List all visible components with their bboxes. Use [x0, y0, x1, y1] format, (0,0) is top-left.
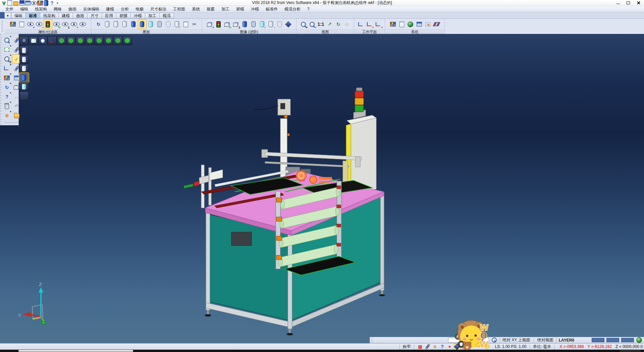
refresh-visibility-icon[interactable]: ↻ [53, 20, 61, 29]
tab[interactable]: 建模 [58, 13, 73, 18]
grid-settings-icon[interactable] [433, 20, 441, 29]
corner-cylinder-icon[interactable]: ▪ [267, 20, 275, 29]
open-recent-icon[interactable] [12, 111, 21, 120]
tab[interactable]: 编辑 [11, 13, 26, 18]
add-image-cube-icon[interactable]: + [206, 20, 214, 29]
zoom-window-view-icon[interactable]: ▪ [308, 20, 316, 29]
undo-icon[interactable]: ↶ [12, 102, 21, 110]
refresh-view-icon[interactable]: ↻ [334, 20, 342, 29]
solid-gem-icon[interactable] [284, 20, 292, 29]
shaded-mode-icon[interactable] [129, 20, 138, 29]
wireframe-mode-icon[interactable] [103, 20, 111, 29]
menu-item[interactable]: ? [304, 6, 313, 12]
workplane-xyz-icon[interactable] [357, 20, 365, 29]
calculator-icon[interactable] [398, 20, 406, 29]
translucent-mode-icon[interactable] [147, 20, 155, 29]
view-left-icon[interactable] [95, 36, 104, 45]
toolbar-drag-handle[interactable] [3, 121, 21, 124]
menu-item[interactable]: 分析 [117, 6, 132, 12]
shaded-edges-mode-icon[interactable] [138, 20, 146, 29]
menu-item[interactable]: 尺寸标注 [147, 6, 170, 12]
minimize-button[interactable] [613, 0, 623, 6]
hide-entities-icon[interactable]: − [35, 20, 43, 29]
view-menu-icon[interactable]: ≡ [19, 36, 29, 45]
new-document-icon[interactable] [7, 0, 13, 6]
workplane-view-icon[interactable]: ▪ [374, 20, 382, 29]
quickbar-more-icon[interactable]: ▾ [55, 1, 60, 5]
view-orient-face-icon[interactable]: ☺ [343, 20, 351, 29]
view-top-icon[interactable] [57, 36, 66, 45]
toolbar-grip[interactable] [555, 338, 557, 342]
tab[interactable]: 标准 [25, 13, 40, 18]
window-settings-icon[interactable] [415, 20, 423, 29]
hide-all-icon[interactable]: − [79, 20, 87, 29]
menu-item[interactable]: 模流分析 [281, 6, 304, 12]
menu-item[interactable]: 网格 [50, 6, 65, 12]
menu-item[interactable]: 电极 [132, 6, 147, 12]
tab[interactable]: 线架构 [40, 13, 59, 18]
save-icon[interactable] [19, 0, 25, 6]
close-button[interactable] [633, 0, 643, 6]
layer-color-swatch-3[interactable] [621, 338, 634, 342]
show-all-icon[interactable]: + [70, 20, 78, 29]
invert-visibility-icon[interactable]: ± [61, 20, 69, 29]
menu-item[interactable]: 系统 [189, 6, 203, 12]
verified-cylinder-icon[interactable]: ✓ [258, 20, 266, 29]
menu-item[interactable]: 编辑 [17, 6, 32, 12]
menu-item[interactable]: 曲面 [65, 6, 80, 12]
render-check-icon[interactable]: ✓ [173, 20, 181, 29]
menu-item[interactable]: 塑模 [233, 6, 248, 12]
tab[interactable]: 加工 [145, 13, 160, 18]
render-shaded-icon[interactable] [19, 73, 29, 82]
refresh-image-cube-icon[interactable]: ↻ [223, 20, 231, 29]
render-icon[interactable] [43, 0, 49, 6]
view-iso-icon[interactable] [113, 36, 122, 45]
tab[interactable]: 应用 [102, 13, 116, 18]
tab[interactable]: 尺寸 [87, 13, 102, 18]
navigator-helm-icon[interactable]: ⊛ [3, 111, 11, 120]
viewport-canvas[interactable]: ≡ [0, 34, 644, 343]
menu-item[interactable]: 线架构 [32, 6, 50, 12]
shaded-cylinder-icon[interactable] [241, 20, 249, 29]
tab[interactable]: 塑膜 [116, 13, 131, 18]
workplane-entity-icon[interactable]: + [366, 20, 374, 29]
render-wire-top-icon[interactable] [19, 46, 29, 55]
zoom-scale-1to1-icon[interactable]: 1:1 [317, 20, 325, 29]
tab[interactable]: 冲模 [130, 13, 145, 18]
dashed-hidden-mode-icon[interactable] [121, 20, 129, 29]
globe-icon[interactable] [636, 337, 642, 343]
print-icon[interactable] [25, 0, 31, 6]
render-hidden-icon[interactable] [19, 64, 29, 73]
help-icon[interactable]: ? [49, 0, 55, 6]
toolbar-grip[interactable] [371, 338, 373, 342]
edit-mode-icon[interactable] [425, 344, 431, 350]
render-translucent-icon[interactable] [19, 82, 29, 91]
regen-graphics-icon[interactable]: ↻ [95, 20, 103, 29]
toggle-image-cube-icon[interactable]: ± [232, 20, 240, 29]
zoom-extents-icon[interactable]: ± [3, 55, 11, 63]
preview-eye-icon[interactable] [31, 0, 37, 6]
regen-view-icon[interactable]: ↻ [3, 83, 11, 91]
context-help-icon[interactable]: ? [3, 92, 11, 101]
menu-item[interactable]: 标准件 [262, 6, 281, 12]
menu-item[interactable]: 工程图 [170, 6, 189, 12]
render-mesh-icon[interactable] [19, 91, 29, 100]
pan-view-icon[interactable]: ↗ [326, 20, 334, 29]
tab-list-arrow-icon[interactable]: ▼ [4, 13, 11, 18]
menu-item[interactable]: 实体编辑 [80, 6, 103, 12]
hidden-line-mode-icon[interactable] [112, 20, 120, 29]
layer-color-swatch-2[interactable] [606, 338, 619, 342]
fit-view-icon[interactable] [29, 36, 38, 45]
lock-key-icon[interactable]: ¤ [432, 344, 438, 350]
delete-icon[interactable] [3, 102, 11, 110]
menu-item[interactable]: 视窗 [203, 6, 218, 12]
show-entities-icon[interactable]: + [26, 20, 35, 29]
snap-settings-icon[interactable] [424, 20, 432, 29]
image-filter-cube-icon[interactable] [215, 20, 223, 29]
layer-color-swatch-1[interactable] [592, 338, 604, 342]
tab[interactable]: 模流 [159, 13, 174, 18]
copy-attributes-icon[interactable] [18, 20, 26, 29]
dynamic-rotate-icon[interactable] [3, 64, 11, 73]
open-file-icon[interactable] [13, 0, 19, 6]
menu-item[interactable]: 建模 [103, 6, 117, 12]
